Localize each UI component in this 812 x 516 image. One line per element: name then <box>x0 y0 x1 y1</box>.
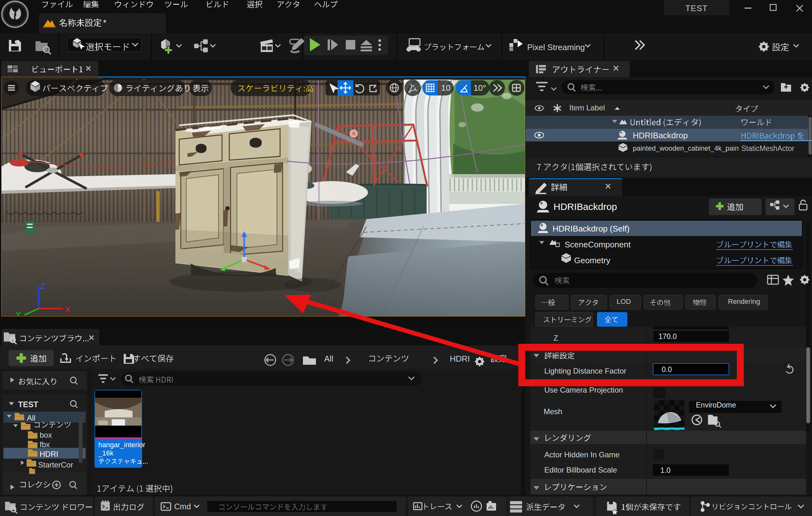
svg-text:X: X <box>65 305 70 314</box>
svg-text:Y: Y <box>16 310 21 316</box>
svg-text:Z: Z <box>40 281 46 291</box>
